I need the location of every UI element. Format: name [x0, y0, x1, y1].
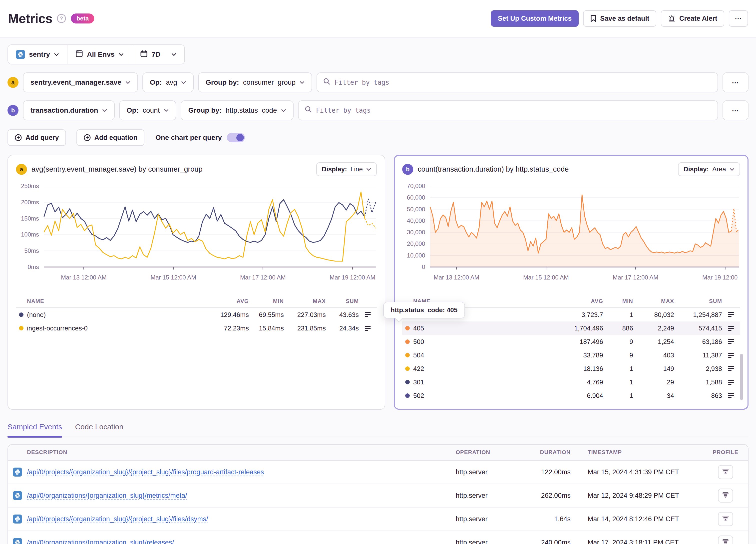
chevron-down-icon	[730, 168, 735, 171]
series-sum: 1,588	[674, 378, 722, 386]
tag-filter-input-b[interactable]	[316, 107, 712, 114]
series-name: 502	[413, 392, 551, 400]
series-options-icon[interactable]	[722, 352, 740, 358]
event-description-link[interactable]: /api/0/projects/{organization_slug}/{pro…	[27, 468, 264, 476]
op-select-b[interactable]: Op: count	[119, 100, 176, 120]
flamegraph-icon	[722, 515, 729, 524]
profile-button[interactable]	[718, 536, 733, 544]
series-options-icon[interactable]	[722, 311, 740, 318]
series-options-icon[interactable]	[359, 325, 377, 331]
series-options-icon[interactable]	[722, 379, 740, 385]
summary-row[interactable]: 50433.789940311,387	[402, 348, 740, 362]
op-select-a[interactable]: Op: avg	[142, 72, 194, 92]
table-scrollbar-thumb[interactable]	[740, 354, 743, 400]
chart-plot	[44, 182, 376, 270]
column-header-operation: OPERATION	[451, 445, 521, 460]
page-title: Metrics	[8, 11, 52, 26]
series-options-icon[interactable]	[722, 338, 740, 345]
series-color-dot	[19, 326, 23, 330]
event-operation: http.server	[451, 507, 521, 531]
plus-circle-icon	[14, 134, 22, 141]
bookmark-icon	[590, 15, 597, 22]
event-duration: 240.00ms	[521, 531, 576, 544]
beta-badge: beta	[71, 13, 94, 23]
y-tick-label: 50ms	[24, 247, 39, 254]
header-more-button[interactable]: ⋯	[729, 10, 748, 27]
y-tick-label: 70,000	[407, 183, 425, 190]
series-avg: 4.769	[551, 378, 603, 386]
summary-row[interactable]: 42218.13611492,938	[402, 362, 740, 375]
event-duration: 122.00ms	[521, 460, 576, 484]
metrics-page: Metrics ? beta Set Up Custom Metrics Sav…	[0, 0, 756, 544]
tab-code-location[interactable]: Code Location	[75, 423, 123, 437]
chart-title-b: count(transaction.duration) by http.stat…	[418, 165, 569, 173]
one-chart-per-query-toggle[interactable]	[227, 133, 245, 142]
summary-row[interactable]: 500187.49691,25463,186	[402, 335, 740, 348]
tab-sampled-events[interactable]: Sampled Events	[7, 423, 62, 438]
event-description-link[interactable]: /api/0/organizations/{organization_slug}…	[27, 492, 187, 500]
profile-button[interactable]	[718, 512, 733, 526]
series-options-icon[interactable]	[722, 392, 740, 399]
event-timestamp: Mar 17, 2024 3:18:11 PM CET	[576, 531, 703, 544]
environment-selector[interactable]: All Envs	[67, 45, 131, 64]
metric-select-a[interactable]: sentry.event_manager.save	[23, 72, 138, 92]
display-mode-select-a[interactable]: Display: Line	[316, 162, 377, 176]
event-row: /api/0/organizations/{organization_slug}…	[8, 484, 748, 507]
save-as-default-button[interactable]: Save as default	[583, 10, 656, 27]
add-query-button[interactable]: Add query	[7, 129, 66, 146]
series-sum: 2,938	[674, 365, 722, 373]
tag-filter-b[interactable]	[298, 100, 718, 120]
summary-row[interactable]: ingest-occurrences-072.23ms15.84ms231.85…	[16, 321, 377, 335]
date-range-selector[interactable]: 7D	[132, 45, 185, 64]
tag-filter-input-a[interactable]	[335, 79, 712, 86]
series-avg: 3,723.7	[551, 311, 603, 319]
y-axis-labels: 0ms50ms100ms150ms200ms250ms	[16, 182, 39, 270]
event-operation: http.server	[451, 460, 521, 484]
event-timestamp: Mar 14, 2024 8:12:46 PM CET	[576, 507, 703, 531]
help-icon[interactable]: ?	[57, 14, 66, 23]
area-chart-b[interactable]: 010,00020,00030,00040,00050,00060,00070,…	[402, 182, 740, 288]
chevron-down-icon	[125, 81, 130, 84]
series-color-dot	[405, 353, 410, 357]
query-badge-b: b	[7, 105, 18, 116]
series-sum: 11,387	[674, 351, 722, 359]
project-selector[interactable]: sentry	[8, 45, 67, 64]
python-platform-icon	[13, 468, 22, 477]
groupby-select-a[interactable]: Group by: consumer_group	[198, 72, 312, 92]
add-equation-button[interactable]: Add equation	[76, 129, 144, 146]
metric-select-b[interactable]: transaction.duration	[23, 100, 115, 120]
groupby-select-b[interactable]: Group by: http.status_code	[181, 100, 293, 120]
display-mode-select-b[interactable]: Display: Area	[678, 162, 740, 176]
summary-row[interactable]: 4051,704.4968862,249574,415	[402, 321, 740, 335]
event-description-link[interactable]: /api/0/projects/{organization_slug}/{pro…	[27, 515, 208, 523]
query-row-a: a sentry.event_manager.save Op: avg Grou…	[7, 72, 749, 92]
sampled-events-table: DESCRIPTION OPERATION DURATION TIMESTAMP…	[8, 445, 748, 544]
series-sum: 43.63s	[326, 311, 359, 319]
series-options-icon[interactable]	[359, 311, 377, 318]
query-b-more-button[interactable]: ⋯	[723, 100, 749, 120]
series-name: ingest-occurrences-0	[27, 324, 204, 332]
summary-row[interactable]: 5026.904134863	[402, 389, 740, 402]
summary-row[interactable]: (none)129.46ms69.55ms227.03ms43.63s	[16, 308, 377, 321]
content: sentry All Envs 7D a sentry.event_manage…	[0, 37, 756, 544]
series-options-icon[interactable]	[722, 325, 740, 331]
series-max: 80,032	[633, 311, 674, 319]
y-axis-labels: 010,00020,00030,00040,00050,00060,00070,…	[402, 182, 425, 270]
series-avg: 129.46ms	[204, 311, 249, 319]
flamegraph-icon	[722, 491, 729, 500]
series-min: 1	[603, 392, 633, 400]
profile-button[interactable]	[718, 489, 733, 503]
sampled-events-body: /api/0/projects/{organization_slug}/{pro…	[8, 460, 748, 544]
series-options-icon[interactable]	[722, 365, 740, 372]
query-a-more-button[interactable]: ⋯	[723, 72, 749, 92]
setup-custom-metrics-button[interactable]: Set Up Custom Metrics	[491, 10, 579, 27]
tag-filter-a[interactable]	[317, 72, 718, 92]
event-description-link[interactable]: /api/0/organizations/{organization_slug}…	[27, 539, 174, 544]
profile-button[interactable]	[718, 465, 733, 479]
create-alert-button[interactable]: Create Alert	[661, 10, 724, 27]
alert-siren-icon	[668, 15, 676, 22]
summary-row[interactable]: 3014.7691291,588	[402, 375, 740, 389]
series-max: 2,249	[633, 324, 674, 332]
series-min: 1	[603, 365, 633, 373]
line-chart-a[interactable]: 0ms50ms100ms150ms200ms250ms Mar 13 12:00…	[16, 182, 377, 288]
